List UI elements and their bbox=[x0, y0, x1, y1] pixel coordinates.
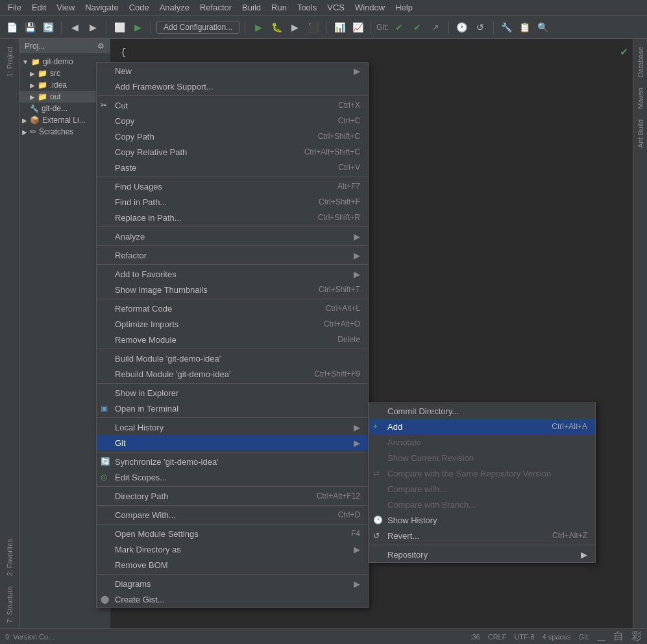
menu-edit[interactable]: Edit bbox=[27, 1, 51, 14]
editor-checkmark: ✔ bbox=[620, 44, 628, 58]
ctx-replace-in-path[interactable]: Replace in Path... Ctrl+Shift+R bbox=[97, 210, 368, 225]
stop-btn[interactable]: ⬛ bbox=[305, 19, 321, 35]
forward-btn[interactable]: ▶ bbox=[85, 19, 101, 35]
ctx-remove-bom[interactable]: Remove BOM bbox=[97, 557, 368, 573]
run-btn[interactable]: ▶ bbox=[130, 19, 145, 35]
favorites-tab[interactable]: 2: Favorites bbox=[5, 534, 15, 581]
ctx-remove-module[interactable]: Remove Module Delete bbox=[97, 332, 368, 347]
menu-window[interactable]: Window bbox=[350, 1, 390, 14]
new-file-btn[interactable]: 📄 bbox=[4, 19, 19, 35]
ctx-open-terminal[interactable]: ▣ Open in Terminal bbox=[97, 401, 368, 416]
ctx-local-history[interactable]: Local History ▶ bbox=[97, 419, 368, 435]
add-configuration-btn[interactable]: Add Configuration... bbox=[156, 21, 239, 34]
ctx-compare-with[interactable]: Compare With... Ctrl+D bbox=[97, 507, 368, 523]
menu-tools[interactable]: Tools bbox=[292, 1, 322, 14]
menu-file[interactable]: File bbox=[3, 1, 27, 14]
back-btn[interactable]: ◀ bbox=[67, 19, 82, 35]
ctx-synchronize[interactable]: 🔄 Synchronize 'git-demo-idea' bbox=[97, 454, 368, 469]
sub-show-revision[interactable]: Show Current Revision bbox=[369, 450, 595, 465]
sub-revert[interactable]: ↺ Revert... Ctrl+Alt+Z bbox=[369, 528, 595, 543]
git-check2-btn[interactable]: ✔ bbox=[409, 19, 425, 35]
sub-repository[interactable]: Repository ▶ bbox=[369, 547, 595, 562]
ctx-copy-relative[interactable]: Copy Relative Path Ctrl+Alt+Shift+C bbox=[97, 144, 368, 160]
sub-commit-directory[interactable]: Commit Directory... bbox=[369, 403, 595, 419]
database-tab[interactable]: Database bbox=[635, 42, 646, 82]
ctx-remove-shortcut: Delete bbox=[337, 335, 360, 344]
ctx-show-explorer[interactable]: Show in Explorer bbox=[97, 385, 368, 401]
git-push-btn[interactable]: ↗ bbox=[428, 19, 443, 35]
ctx-edit-scopes[interactable]: ◎ Edit Scopes... bbox=[97, 469, 368, 485]
menu-run[interactable]: Run bbox=[266, 1, 292, 14]
ctx-refactor[interactable]: Refactor ▶ bbox=[97, 247, 368, 263]
ctx-build-module[interactable]: Build Module 'git-demo-idea' bbox=[97, 351, 368, 366]
version-control-tab[interactable]: 9: Version Co... bbox=[5, 633, 54, 641]
ctx-show-thumbnails[interactable]: Show Image Thumbnails Ctrl+Shift+T bbox=[97, 282, 368, 297]
separator7 bbox=[448, 21, 449, 34]
history-btn[interactable]: 🕐 bbox=[454, 19, 470, 35]
ctx-find-in-path[interactable]: Find in Path... Ctrl+Shift+F bbox=[97, 194, 368, 210]
structure-tab[interactable]: 7: Structure bbox=[5, 581, 15, 628]
refresh-btn[interactable]: 🔄 bbox=[40, 19, 56, 35]
ctx-copy-path[interactable]: Copy Path Ctrl+Shift+C bbox=[97, 129, 368, 144]
ctx-create-gist[interactable]: ⬤ Create Gist... bbox=[97, 591, 368, 607]
ctx-analyze[interactable]: Analyze ▶ bbox=[97, 229, 368, 244]
sub-annotate[interactable]: Annotate bbox=[369, 434, 595, 450]
status-indent[interactable]: 4 spaces bbox=[543, 633, 571, 641]
project-header[interactable]: Proj... ⚙ bbox=[19, 39, 110, 53]
project-tab[interactable]: 1: Project bbox=[5, 42, 15, 82]
sub-compare-same[interactable]: ⇌ Compare with the Same Repository Versi… bbox=[369, 465, 595, 481]
git-check-btn[interactable]: ✔ bbox=[391, 19, 407, 35]
ctx-cut[interactable]: ✂ Cut Ctrl+X bbox=[97, 97, 368, 113]
view-btn[interactable]: ⬜ bbox=[112, 19, 127, 35]
ctx-mark-directory[interactable]: Mark Directory as ▶ bbox=[97, 541, 368, 557]
menu-refactor[interactable]: Refactor bbox=[195, 1, 237, 14]
menu-navigate[interactable]: Navigate bbox=[80, 1, 123, 14]
menu-build[interactable]: Build bbox=[237, 1, 266, 14]
separator2 bbox=[106, 21, 106, 34]
ctx-paste[interactable]: Paste Ctrl+V bbox=[97, 160, 368, 175]
settings-btn[interactable]: 🔧 bbox=[499, 19, 515, 35]
menu-vcs[interactable]: VCS bbox=[322, 1, 350, 14]
code-line-1: { bbox=[121, 45, 622, 60]
sub-add[interactable]: + Add Ctrl+Alt+A bbox=[369, 419, 595, 434]
tree-src-label: src bbox=[50, 69, 60, 78]
sub-compare-with[interactable]: Compare with... bbox=[369, 481, 595, 497]
ctx-add-favorites[interactable]: Add to Favorites ▶ bbox=[97, 266, 368, 282]
ctx-add-framework[interactable]: Add Framework Support... bbox=[97, 79, 368, 94]
menu-view[interactable]: View bbox=[51, 1, 80, 14]
ctx-copy[interactable]: Copy Ctrl+C bbox=[97, 113, 368, 129]
menu-help[interactable]: Help bbox=[390, 1, 418, 14]
ctx-directory-path[interactable]: Directory Path Ctrl+Alt+F12 bbox=[97, 488, 368, 504]
profile-btn[interactable]: 📈 bbox=[350, 19, 365, 35]
run2-btn[interactable]: ▶ bbox=[250, 19, 266, 35]
ctx-diagrams[interactable]: Diagrams ▶ bbox=[97, 576, 368, 591]
ctx-reformat[interactable]: Reformat Code Ctrl+Alt+L bbox=[97, 301, 368, 316]
status-encoding[interactable]: UTF-8 bbox=[514, 633, 534, 641]
menu-code[interactable]: Code bbox=[124, 1, 154, 14]
search-everywhere-btn[interactable]: 🔍 bbox=[535, 19, 551, 35]
ctx-optimize[interactable]: Optimize Imports Ctrl+Alt+O bbox=[97, 316, 368, 332]
save-btn[interactable]: 💾 bbox=[22, 19, 38, 35]
ctx-module-settings[interactable]: Open Module Settings F4 bbox=[97, 526, 368, 541]
ctx-git[interactable]: Git ▶ bbox=[97, 435, 368, 451]
sub-compare-branch[interactable]: Compare with Branch... bbox=[369, 497, 595, 512]
ctx-git-label: Git bbox=[115, 438, 126, 448]
status-crlf[interactable]: CRLF bbox=[488, 633, 507, 641]
tree-root-label: git-demo bbox=[43, 57, 73, 66]
sub-show-history[interactable]: 🕐 Show History bbox=[369, 512, 595, 528]
tree-out-label: out bbox=[50, 92, 61, 101]
arrow-icon: ▶ bbox=[22, 129, 27, 136]
tasks-btn[interactable]: 📋 bbox=[517, 19, 533, 35]
maven-tab[interactable]: Maven bbox=[635, 82, 646, 114]
ctx-rebuild-module[interactable]: Rebuild Module 'git-demo-idea' Ctrl+Shif… bbox=[97, 366, 368, 382]
coverage-btn[interactable]: 📊 bbox=[332, 19, 347, 35]
ctx-new-arrow: ▶ bbox=[354, 66, 360, 76]
debug-btn[interactable]: 🐛 bbox=[269, 19, 284, 35]
ant-build-tab[interactable]: Ant Build bbox=[635, 114, 646, 153]
menu-analyze[interactable]: Analyze bbox=[154, 1, 195, 14]
ctx-new[interactable]: New ▶ bbox=[97, 63, 368, 79]
ctx-find-usages[interactable]: Find Usages Alt+F7 bbox=[97, 179, 368, 194]
rollback-btn[interactable]: ↺ bbox=[472, 19, 488, 35]
run3-btn[interactable]: ▶ bbox=[287, 19, 302, 35]
ctx-optimize-shortcut: Ctrl+Alt+O bbox=[324, 319, 360, 328]
